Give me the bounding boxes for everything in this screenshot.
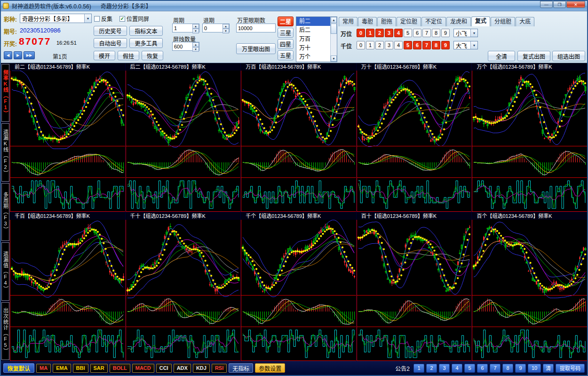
qianwei-digit-0[interactable]: 0 (357, 41, 365, 49)
kline-chart-canvas[interactable] (126, 220, 241, 361)
qianwei-digit-6[interactable]: 6 (413, 41, 421, 49)
sidebar-tab-omission-kline[interactable]: 遗漏K线（F2） (1, 123, 9, 181)
wanwei-digit-9[interactable]: 9 (441, 29, 450, 37)
chartpage-2-button[interactable]: 2 (426, 364, 437, 373)
chevron-down-icon[interactable]: ▼ (84, 14, 91, 23)
more-tools-button[interactable]: 更多工具 (129, 38, 163, 48)
wanwei-digit-5[interactable]: 5 (404, 29, 412, 37)
clear-button[interactable]: 清 (543, 364, 554, 373)
page-last-button[interactable]: ▶▶ (24, 51, 35, 59)
minimize-button[interactable]: — (540, 1, 553, 8)
wanliyan-input[interactable]: 10000 (236, 24, 276, 32)
qianwei-digit-8[interactable]: 8 (432, 41, 440, 49)
page-next-button[interactable]: ▶ (14, 51, 22, 59)
indicator-kdj-button[interactable]: KDJ (193, 364, 210, 373)
chevron-down-icon[interactable]: ▼ (470, 41, 477, 49)
indicator-text-button[interactable]: 指标文本 (129, 26, 163, 36)
wanwei-digit-6[interactable]: 6 (413, 29, 421, 37)
tab-changyong[interactable]: 常用 (339, 17, 358, 26)
fanji-checkbox[interactable]: 反集 (94, 15, 112, 23)
qianwei-quick-select[interactable]: 大飞 ▼ (453, 41, 478, 49)
indicator-adx-button[interactable]: ADX (174, 364, 191, 373)
wanwei-digit-3[interactable]: 3 (385, 29, 393, 37)
kline-chart-canvas[interactable] (357, 220, 472, 361)
no-indicator-button[interactable]: 无指标 (229, 363, 253, 373)
sidebar-tab-frequency-kline[interactable]: 频率K线（F1） (1, 64, 9, 122)
tuiqi-stepper[interactable]: 0 ▲▼ (202, 24, 230, 32)
kline-chart-canvas[interactable] (10, 220, 125, 361)
spin-down-icon[interactable]: ▼ (192, 29, 199, 33)
tab-fushi[interactable]: 复式 (471, 16, 490, 26)
tuiqi-value[interactable]: 0 (203, 24, 222, 32)
wanwei-digit-1[interactable]: 1 (366, 29, 374, 37)
mokai-button[interactable]: 模开 (94, 51, 115, 60)
chartpage-9-button[interactable]: 9 (515, 364, 526, 373)
kline-chart-canvas[interactable] (357, 71, 472, 212)
indicator-macd-button[interactable]: MACD (132, 364, 154, 373)
kline-chart-canvas[interactable] (472, 71, 587, 212)
chartpage-8-button[interactable]: 8 (502, 364, 513, 373)
clear-all-button[interactable]: 全清 (488, 51, 515, 61)
wanwei-digit-8[interactable]: 8 (432, 29, 440, 37)
tab-dantuo[interactable]: 胆拖 (377, 17, 396, 26)
extract-numbers-button[interactable]: 提取号码 (556, 364, 585, 373)
zhouqi-stepper[interactable]: 1 ▲▼ (172, 24, 199, 32)
reset-default-button[interactable]: 恢复默认 (3, 363, 34, 373)
indicator-bbi-button[interactable]: BBI (73, 364, 88, 373)
kline-chart-canvas[interactable] (10, 71, 125, 212)
scroll-down-icon[interactable]: ▼ (331, 56, 337, 62)
tab-dadi[interactable]: 大底 (516, 17, 534, 26)
chartpage-7-button[interactable]: 7 (490, 364, 501, 373)
checkbox-empty-icon[interactable] (94, 16, 100, 22)
chartpage-10-button[interactable]: 10 (528, 364, 541, 373)
scroll-thumb[interactable] (331, 24, 337, 34)
chartpage-3-button[interactable]: 3 (439, 364, 450, 373)
qianwei-digit-2[interactable]: 2 (375, 41, 384, 49)
jiagua-button[interactable]: 假挂 (118, 51, 139, 60)
fushi-chart-button[interactable]: 复式出图 (517, 51, 550, 61)
chartpage-5-button[interactable]: 5 (464, 364, 475, 373)
spin-down-icon[interactable]: ▼ (192, 47, 199, 52)
indicator-boll-button[interactable]: BOLL (110, 364, 130, 373)
lottery-select[interactable]: 奇趣分分彩【多彩】 ▼ (20, 14, 92, 23)
wanliyan-chart-button[interactable]: 万里眼出图 (236, 43, 276, 54)
kline-chart-canvas[interactable] (472, 220, 587, 361)
wanwei-digit-0[interactable]: 0 (357, 29, 365, 37)
close-button[interactable]: ✕ (566, 1, 585, 8)
scroll-up-icon[interactable]: ▲ (331, 17, 337, 23)
zhouqi-value[interactable]: 1 (173, 24, 192, 32)
chartpage-6-button[interactable]: 6 (477, 364, 488, 373)
chevron-down-icon[interactable]: ▼ (470, 29, 477, 37)
indicator-rsi-button[interactable]: RSI (212, 364, 227, 373)
star3-button[interactable]: 三星 (278, 28, 294, 38)
indicator-cci-button[interactable]: CCI (156, 364, 172, 373)
sidebar-tab-multi-period[interactable]: 多周期（F3） (1, 183, 9, 241)
sidebar-tab-occurrence-stats[interactable]: 出次统计（F5） (1, 302, 9, 360)
spin-up-icon[interactable]: ▲ (192, 24, 199, 29)
qianwei-digit-4[interactable]: 4 (394, 41, 403, 49)
chartpage-4-button[interactable]: 4 (452, 364, 462, 373)
indicator-ema-button[interactable]: EMA (53, 364, 71, 373)
kline-chart-canvas[interactable] (241, 71, 356, 212)
tab-dingweidan[interactable]: 定位胆 (397, 17, 421, 26)
qianwei-digit-9[interactable]: 9 (441, 41, 450, 49)
qianwei-digit-1[interactable]: 1 (366, 41, 374, 49)
star2-button[interactable]: 二星 (278, 16, 294, 26)
tab-dudan[interactable]: 毒胆 (358, 17, 377, 26)
wanwei-quick-select[interactable]: 小飞 ▼ (453, 29, 478, 37)
position-listbox[interactable]: 前二 后二 万百 万十 万个 ▲ ▼ (296, 16, 337, 62)
history-numbers-button[interactable]: 历史奖号 (94, 26, 127, 36)
pingzhu-value[interactable]: 600 (173, 42, 192, 50)
spin-up-icon[interactable]: ▲ (222, 24, 229, 29)
star5-button[interactable]: 五星 (278, 50, 294, 60)
kline-chart-canvas[interactable] (241, 220, 356, 361)
star4-button[interactable]: 四星 (278, 39, 294, 49)
tab-fenzudan[interactable]: 分组胆 (491, 17, 515, 26)
chartpage-1-button[interactable]: 1 (413, 364, 424, 373)
parameter-settings-button[interactable]: 参数设置 (255, 363, 285, 373)
spin-up-icon[interactable]: ▲ (192, 42, 199, 47)
list-scrollbar[interactable]: ▲ ▼ (330, 17, 337, 62)
indicator-ma-button[interactable]: MA (36, 364, 51, 373)
tongping-checkbox[interactable]: ✓位置同屏 (119, 15, 149, 23)
wanwei-digit-7[interactable]: 7 (422, 29, 431, 37)
